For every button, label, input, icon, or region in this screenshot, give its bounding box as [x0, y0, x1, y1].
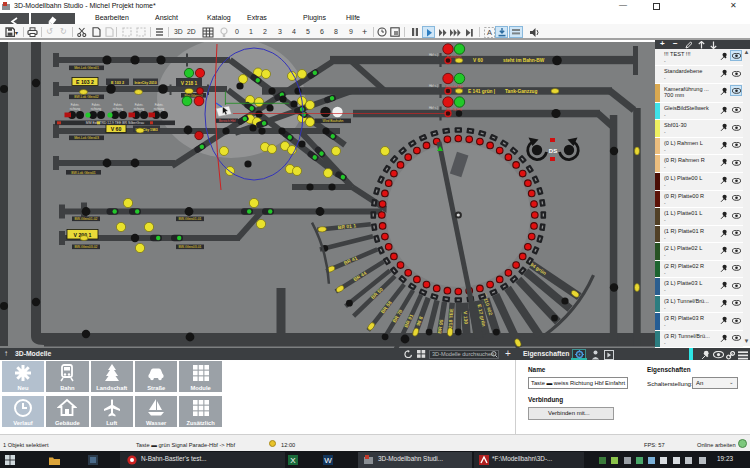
svg-text:E 103 2: E 103 2 [111, 81, 124, 85]
svg-text:Bereich Hbf: Bereich Hbf [219, 119, 236, 123]
svg-text:X: X [290, 456, 296, 465]
svg-text:BW-Gleis01-02: BW-Gleis01-02 [75, 217, 98, 221]
svg-text:richtung: richtung [70, 107, 81, 111]
svg-text:V 60: V 60 [473, 58, 483, 63]
svg-text:BW-Gleis03-01: BW-Gleis03-01 [179, 245, 202, 249]
svg-text:BW-Lok Gleis01: BW-Lok Gleis01 [71, 171, 96, 175]
svg-text:steht im Bahn-BW: steht im Bahn-BW [503, 58, 545, 63]
svg-text:richtung: richtung [154, 107, 165, 111]
svg-text:Hbf <-|: Hbf <-| [429, 53, 438, 57]
svg-text:A: A [487, 28, 492, 37]
svg-text:InterCity 2010: InterCity 2010 [134, 81, 156, 85]
svg-text:V 60: V 60 [111, 126, 122, 132]
svg-text:BW-Gleis03-02: BW-Gleis03-02 [75, 245, 98, 249]
svg-text:V 218 1: V 218 1 [181, 81, 198, 86]
svg-text:Wird Bauhahn: Wird Bauhahn [323, 119, 344, 123]
svg-text:W: W [324, 456, 332, 465]
svg-text:DS: DS [549, 148, 557, 154]
svg-text:V 130: V 130 [462, 311, 469, 325]
svg-text:E 141 grün |: E 141 grün | [468, 89, 495, 94]
svg-text:E 103 2: E 103 2 [76, 79, 94, 85]
svg-text:richtung: richtung [134, 107, 145, 111]
svg-text:MM Eds-TRD 12.9 TEE BR SilberG: MM Eds-TRD 12.9 TEE BR SilberGrau [86, 121, 144, 125]
svg-text:BW-Gleis01-01: BW-Gleis01-01 [179, 217, 202, 221]
svg-text:Hbf <-|: Hbf <-| [429, 106, 438, 110]
svg-text:BW-Lok Gleis02: BW-Lok Gleis02 [74, 95, 99, 99]
svg-text:Met-Lok Gleis03: Met-Lok Gleis03 [74, 136, 99, 140]
svg-text:richtung: richtung [113, 107, 124, 111]
svg-text:richtung: richtung [91, 107, 102, 111]
svg-text:Met-Lok Gleis01: Met-Lok Gleis01 [74, 66, 99, 70]
svg-text:Tank-Ganzzug: Tank-Ganzzug [505, 89, 537, 94]
svg-text:Hbf <-|: Hbf <-| [429, 84, 438, 88]
